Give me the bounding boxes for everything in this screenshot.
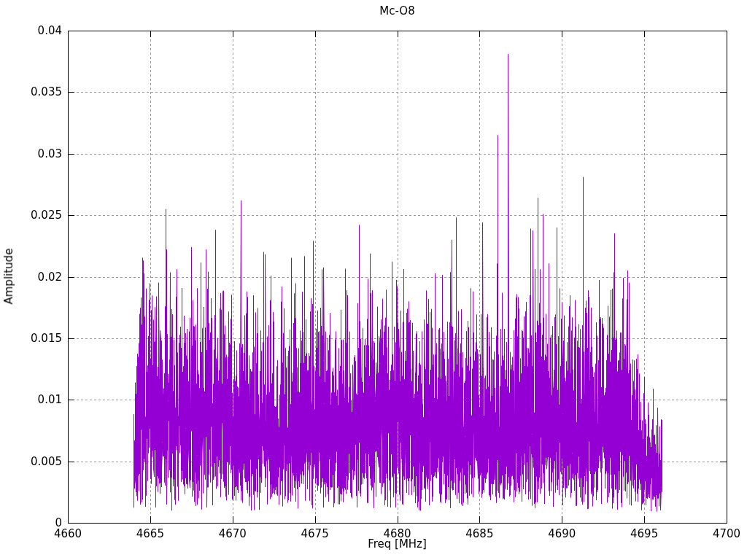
spectrum-chart: Mc-O8 Amplitude Freq [MHz] 00.0050.010.0… [0,0,747,560]
x-tick-label: 4660 [54,527,82,540]
chart-title: Mc-O8 [68,4,727,18]
y-tick-label: 0.005 [0,455,62,468]
y-tick-label: 0 [0,516,62,529]
y-tick-label: 0.025 [0,209,62,222]
x-tick-label: 4675 [301,527,329,540]
y-tick-label: 0.04 [0,24,62,37]
x-tick-label: 4680 [383,527,411,540]
x-tick-label: 4700 [713,527,740,540]
x-tick-label: 4670 [219,527,247,540]
y-tick-label: 0.015 [0,332,62,345]
x-tick-label: 4695 [630,527,658,540]
y-tick-label: 0.035 [0,85,62,98]
y-tick-label: 0.03 [0,147,62,160]
x-tick-label: 4665 [136,527,164,540]
y-tick-label: 0.01 [0,393,62,406]
y-tick-label: 0.02 [0,271,62,284]
x-tick-label: 4690 [548,527,576,540]
plot-canvas [0,0,747,560]
x-tick-label: 4685 [465,527,493,540]
